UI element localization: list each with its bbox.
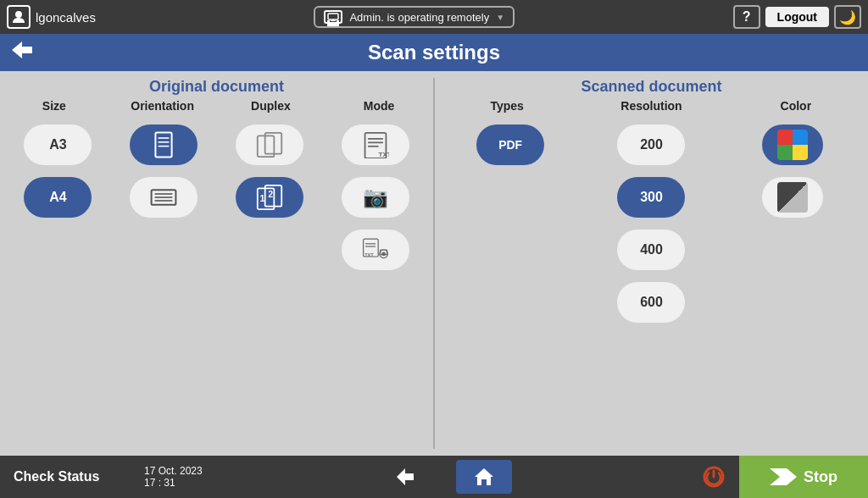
col-mode: Mode [325, 99, 433, 113]
logout-button[interactable]: Logout [765, 7, 829, 27]
home-button[interactable] [456, 460, 512, 494]
grayscale-icon [777, 182, 808, 213]
svg-text:TXT: TXT [378, 151, 388, 158]
mode-mixed-button[interactable]: TXT [342, 230, 409, 270]
size-a3-button[interactable]: A3 [24, 125, 92, 165]
scanned-document-section: Scanned document Types Resolution Color … [435, 71, 868, 456]
svg-marker-4 [12, 42, 32, 58]
help-button[interactable]: ? [733, 5, 760, 29]
remote-area: Admin. is operating remotely ▼ [101, 6, 728, 28]
top-bar: lgoncalves Admin. is operating remotely … [0, 0, 868, 34]
orientation-landscape-button[interactable] [130, 177, 198, 218]
resolution-600-button[interactable]: 600 [617, 282, 685, 323]
bottom-bar: Check Status 17 Oct. 2023 17 : 31 [0, 456, 868, 498]
svg-marker-32 [770, 468, 797, 485]
stop-button[interactable]: Stop [739, 456, 868, 498]
orientation-col [113, 121, 215, 452]
col-color: Color [724, 99, 868, 113]
bottom-right: Stop [688, 456, 868, 498]
size-a4-button[interactable]: A4 [24, 177, 92, 218]
scanned-doc-header: Scanned document [435, 71, 868, 99]
user-icon [7, 5, 31, 29]
original-doc-col-headers: Size Orientation Duplex Mode [0, 99, 433, 118]
check-status-button[interactable]: Check Status [0, 456, 136, 498]
energy-icon [688, 456, 739, 498]
mode-col: TXT 📷 TXT [324, 121, 426, 452]
original-document-section: Original document Size Orientation Duple… [0, 71, 433, 456]
types-col: PDF [442, 121, 579, 452]
duplex-col: 1 2 [219, 121, 321, 452]
user-info: lgoncalves [7, 5, 96, 29]
resolution-col: 200 300 400 600 [582, 121, 720, 452]
scanned-doc-col-headers: Types Resolution Color [435, 99, 868, 118]
mode-photo-button[interactable]: 📷 [342, 177, 409, 218]
svg-text:2: 2 [268, 189, 273, 199]
color-full-button[interactable] [762, 125, 823, 165]
resolution-300-button[interactable]: 300 [617, 177, 685, 218]
username-label: lgoncalves [36, 10, 96, 25]
color-grid-icon [777, 130, 808, 160]
mode-text-button[interactable]: TXT [342, 125, 409, 165]
svg-rect-5 [156, 133, 172, 158]
svg-rect-1 [328, 14, 338, 19]
svg-point-29 [381, 252, 386, 256]
scanned-doc-options: PDF 200 300 400 600 [435, 118, 868, 456]
color-col [724, 121, 861, 452]
stop-arrow-icon [770, 468, 797, 485]
col-size: Size [0, 99, 108, 113]
col-duplex: Duplex [217, 99, 326, 113]
resolution-400-button[interactable]: 400 [617, 230, 685, 270]
remote-badge: Admin. is operating remotely ▼ [314, 6, 515, 28]
title-bar: Scan settings [0, 34, 868, 71]
remote-icon [324, 10, 342, 24]
color-gray-button[interactable] [762, 177, 823, 218]
page-title: Scan settings [10, 41, 858, 64]
svg-text:TXT: TXT [364, 252, 374, 257]
resolution-200-button[interactable]: 200 [617, 125, 685, 165]
night-mode-button[interactable]: 🌙 [834, 5, 861, 29]
svg-rect-2 [331, 20, 336, 21]
orientation-portrait-button[interactable] [130, 125, 198, 165]
col-types: Types [435, 99, 579, 113]
col-resolution: Resolution [579, 99, 723, 113]
back-nav-button[interactable] [388, 462, 422, 492]
size-col: A3 A4 [7, 121, 109, 452]
svg-text:1: 1 [259, 193, 264, 203]
back-button[interactable] [10, 40, 34, 65]
datetime-display: 17 Oct. 2023 17 : 31 [136, 456, 212, 498]
col-orientation: Orientation [108, 99, 217, 113]
original-doc-options: A3 A4 [0, 118, 433, 456]
original-doc-header: Original document [0, 71, 433, 99]
main-content: Original document Size Orientation Duple… [0, 71, 868, 456]
duplex-on-button[interactable]: 1 2 [236, 177, 303, 218]
svg-point-0 [15, 11, 22, 18]
remote-arrow-icon: ▼ [496, 13, 504, 22]
bottom-nav [212, 456, 688, 498]
duplex-off-button[interactable] [236, 125, 303, 165]
remote-text: Admin. is operating remotely [349, 11, 489, 24]
type-pdf-button[interactable]: PDF [476, 125, 544, 165]
